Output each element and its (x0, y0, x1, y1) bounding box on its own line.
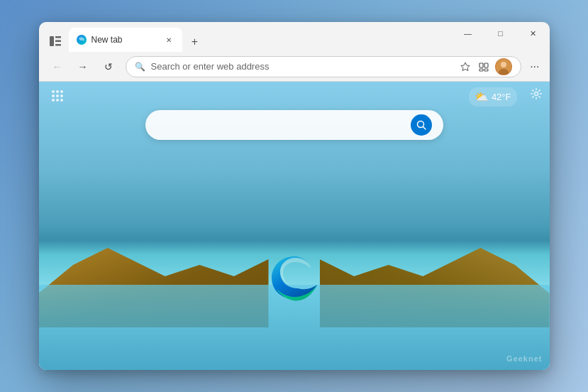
svg-marker-5 (461, 62, 470, 71)
svg-rect-7 (484, 63, 488, 67)
weather-temp: 42°F (492, 92, 511, 102)
weather-icon: ⛅ (475, 90, 489, 104)
title-bar: New tab ✕ + — □ ✕ (39, 22, 550, 52)
forward-btn[interactable]: → (72, 55, 94, 78)
apps-grid-icon[interactable] (50, 89, 65, 107)
tab-title: New tab (91, 35, 160, 45)
svg-point-11 (501, 62, 506, 67)
edge-logo (266, 249, 323, 306)
svg-rect-3 (55, 44, 61, 46)
svg-point-13 (52, 90, 55, 93)
page-settings-icon[interactable] (530, 87, 543, 103)
address-search-icon: 🔍 (135, 62, 145, 72)
svg-rect-0 (50, 36, 54, 46)
svg-rect-2 (55, 40, 61, 43)
svg-rect-1 (55, 36, 61, 38)
minimize-btn[interactable]: — (452, 22, 484, 45)
close-btn[interactable]: ✕ (517, 22, 550, 45)
window-controls: — □ ✕ (452, 22, 550, 45)
profile-avatar[interactable] (495, 58, 512, 75)
page-search-bar[interactable] (145, 110, 443, 140)
tab-close-btn[interactable]: ✕ (162, 33, 175, 46)
watermark: Geeknet (506, 354, 542, 363)
page-search-submit-btn[interactable] (411, 114, 432, 136)
svg-rect-8 (479, 69, 483, 71)
svg-rect-6 (479, 63, 483, 67)
svg-rect-9 (484, 69, 488, 71)
svg-point-18 (60, 94, 63, 97)
tab-favicon (76, 34, 87, 45)
svg-point-16 (52, 94, 55, 97)
svg-point-19 (52, 99, 55, 102)
new-tab-btn[interactable]: + (185, 32, 205, 52)
svg-point-15 (60, 90, 63, 93)
maximize-btn[interactable]: □ (484, 22, 517, 45)
svg-line-23 (423, 127, 426, 130)
address-text: Search or enter web address (151, 61, 459, 72)
svg-point-24 (534, 92, 538, 96)
browser-menu-btn[interactable]: ··· (527, 58, 542, 76)
favorites-icon[interactable] (458, 60, 472, 74)
collections-icon[interactable] (477, 60, 491, 74)
svg-point-17 (56, 94, 59, 97)
svg-point-20 (56, 99, 59, 102)
refresh-btn[interactable]: ↺ (97, 55, 120, 78)
page-search-input[interactable] (157, 119, 411, 131)
svg-point-14 (56, 90, 59, 93)
svg-point-21 (60, 99, 63, 102)
sidebar-toggle-btn[interactable] (45, 31, 66, 52)
weather-widget[interactable]: ⛅ 42°F (469, 87, 517, 107)
browser-window: New tab ✕ + — □ ✕ ← → ↺ 🔍 Search or ente… (39, 22, 550, 370)
nav-bar: ← → ↺ 🔍 Search or enter web address (39, 52, 550, 82)
address-bar[interactable]: 🔍 Search or enter web address (126, 56, 522, 77)
active-tab[interactable]: New tab ✕ (69, 28, 182, 52)
address-icons (458, 58, 512, 75)
new-tab-content: ⛅ 42°F Geeknet (39, 82, 550, 370)
back-btn[interactable]: ← (46, 55, 69, 78)
